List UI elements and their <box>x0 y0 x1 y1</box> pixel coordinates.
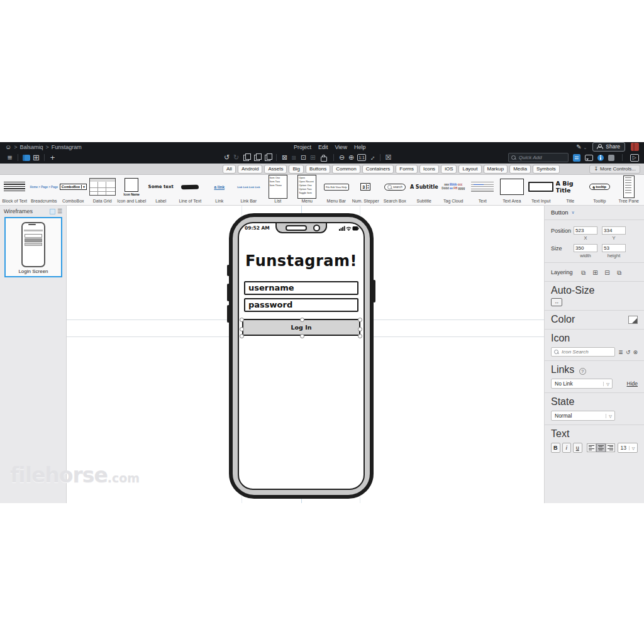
library-item-num-stepper[interactable]: 3▴▾Num. Stepper <box>351 175 380 205</box>
library-item-list[interactable]: Item One Item Two Item ThreeList <box>264 175 293 205</box>
user-avatar[interactable] <box>631 143 639 151</box>
tab-markup[interactable]: Markup <box>484 165 508 174</box>
library-item-data-grid[interactable]: Data Grid <box>88 175 118 205</box>
resize-handle-w[interactable] <box>240 327 244 331</box>
tab-assets[interactable]: Assets <box>264 165 287 174</box>
thumbnail-size-icon[interactable] <box>50 209 55 214</box>
align-icon[interactable]: ⊡ <box>299 152 308 163</box>
add-wireframe-icon[interactable]: + <box>48 152 57 163</box>
quick-add-box[interactable] <box>508 153 569 162</box>
library-item-search-box[interactable]: searchSearch Box <box>380 175 410 205</box>
position-x-input[interactable] <box>574 226 597 235</box>
actual-size-icon[interactable]: 1:1 <box>357 154 366 161</box>
bring-forward-icon[interactable]: ⊞ <box>591 269 600 277</box>
wireframe-thumbnail-login-screen[interactable]: Login Screen <box>4 217 62 277</box>
library-item-tooltip[interactable]: a tooltipTooltip <box>585 175 614 205</box>
resize-handle-ne[interactable] <box>358 318 362 322</box>
align-right-button[interactable] <box>606 443 615 452</box>
tab-icons[interactable]: Icons <box>419 165 439 174</box>
library-item-title[interactable]: A Big TitleTitle <box>556 175 586 205</box>
library-item-text-input[interactable]: Text Input <box>526 175 556 205</box>
align-left-button[interactable] <box>587 443 596 452</box>
edit-mode-icon[interactable]: ✎ ⌄ <box>576 143 587 150</box>
fit-screen-icon[interactable]: ↔ <box>367 152 377 163</box>
library-item-menu[interactable]: Open Open Recent Option One Option Two T… <box>292 175 322 205</box>
underline-button[interactable]: u <box>573 443 582 453</box>
position-y-input[interactable] <box>602 226 626 235</box>
iphone-wireframe[interactable]: 09:52 AM Funstagram! username pas <box>229 213 374 499</box>
library-item-text-area[interactable]: Text Area <box>497 175 527 205</box>
canvas[interactable]: 09:52 AM Funstagram! username pas <box>67 206 544 503</box>
hide-link[interactable]: Hide <box>627 380 638 387</box>
balsamiq-logo-icon[interactable]: ☺ <box>5 143 11 150</box>
menu-help[interactable]: Help <box>354 144 366 150</box>
library-item-breadcrumbs[interactable]: Home > Page > PageBreadcrumbs <box>30 175 59 205</box>
delete-icon[interactable]: ☒ <box>384 152 393 163</box>
library-item-text[interactable]: Text <box>468 175 497 205</box>
library-item-combobox[interactable]: ComboBox▾ComboBox <box>58 175 88 205</box>
resize-handle-e[interactable] <box>358 327 362 331</box>
library-item-link-bar[interactable]: Link Link Link LinkLink Bar <box>234 175 264 205</box>
breadcrumb-wireframe[interactable]: Funstagram <box>52 144 82 150</box>
icon-search-box[interactable] <box>551 347 615 357</box>
menu-project[interactable]: Project <box>294 144 311 150</box>
breadcrumb-project[interactable]: Balsamiq <box>19 144 43 150</box>
duplicate-icon[interactable] <box>254 155 260 161</box>
library-item-line-of-text[interactable]: Line of Text <box>175 175 205 205</box>
autosize-toggle[interactable]: ↔ <box>551 298 562 306</box>
quick-add-input[interactable] <box>518 154 564 161</box>
tab-media[interactable]: Media <box>509 165 531 174</box>
align-center-button[interactable] <box>596 443 606 452</box>
resize-handle-se[interactable] <box>358 334 362 338</box>
tab-ios[interactable]: iOS <box>441 165 457 174</box>
info-icon[interactable] <box>597 155 604 161</box>
library-item-subtitle[interactable]: A SubtitleSubtitle <box>409 175 439 205</box>
library-item-label[interactable]: Some textLabel <box>147 175 176 205</box>
tab-common[interactable]: Common <box>332 165 360 174</box>
share-button[interactable]: Share <box>592 142 625 152</box>
copy-icon[interactable] <box>243 155 249 161</box>
grid-view-icon[interactable]: ⊞ <box>31 152 41 163</box>
font-size-dropdown[interactable]: 13 ▽ <box>618 443 638 453</box>
send-to-back-icon[interactable]: ⧉ <box>614 269 624 277</box>
italic-button[interactable]: i <box>562 443 572 453</box>
tab-all[interactable]: All <box>223 165 236 174</box>
tab-forms[interactable]: Forms <box>396 165 418 174</box>
menu-edit[interactable]: Edit <box>318 144 328 150</box>
thumbnail-view-icon[interactable] <box>23 155 30 161</box>
library-item-tag-cloud[interactable]: aaa Bbbb ccc Dddd ee Fff gggg Tag Cloud <box>439 175 469 205</box>
chevron-down-icon[interactable]: ∨ <box>571 210 574 215</box>
resize-handle-nw[interactable] <box>240 318 244 322</box>
library-item-menu-bar[interactable]: File Edit View HelpMenu Bar <box>322 175 352 205</box>
paste-icon[interactable] <box>265 155 270 161</box>
help-icon[interactable]: ? <box>579 368 586 375</box>
ui-library-toggle-icon[interactable] <box>573 154 580 162</box>
comments-icon[interactable] <box>585 155 593 161</box>
color-swatch[interactable] <box>628 316 638 324</box>
main-menu-icon[interactable]: ≡ <box>5 152 14 163</box>
size-height-input[interactable] <box>602 244 626 252</box>
password-input[interactable]: password <box>244 298 358 312</box>
list-view-icon[interactable]: ☰ <box>57 209 62 214</box>
tab-buttons[interactable]: Buttons <box>306 165 330 174</box>
icon-clear-icon[interactable]: ⊗ <box>633 349 638 355</box>
bold-button[interactable]: B <box>551 443 560 453</box>
resize-handle-sw[interactable] <box>240 334 244 338</box>
present-button[interactable]: ▷ <box>630 154 639 162</box>
inspector-toggle-icon[interactable] <box>608 155 614 161</box>
more-controls-button[interactable]: ↧ More Controls... <box>589 165 640 174</box>
resize-handle-n[interactable] <box>300 318 304 322</box>
size-width-input[interactable] <box>574 244 597 252</box>
tab-symbols[interactable]: Symbols <box>533 165 560 174</box>
resize-handle-s[interactable] <box>300 334 304 338</box>
transform-icon[interactable]: ⊠ <box>280 152 289 163</box>
icon-search-input[interactable] <box>560 348 607 355</box>
username-input[interactable]: username <box>244 281 358 295</box>
library-item-tree-pane[interactable]: Tree Pane <box>614 175 644 205</box>
send-backward-icon[interactable]: ⊟ <box>602 269 612 277</box>
zoom-in-icon[interactable]: ⊕ <box>347 152 356 163</box>
library-item-icon-and-label[interactable]: Icon NameIcon and Label <box>117 175 147 205</box>
library-item-block-of-text[interactable]: Block of Text <box>0 175 30 205</box>
zoom-out-icon[interactable]: ⊖ <box>337 152 347 163</box>
tab-android[interactable]: Android <box>238 165 263 174</box>
